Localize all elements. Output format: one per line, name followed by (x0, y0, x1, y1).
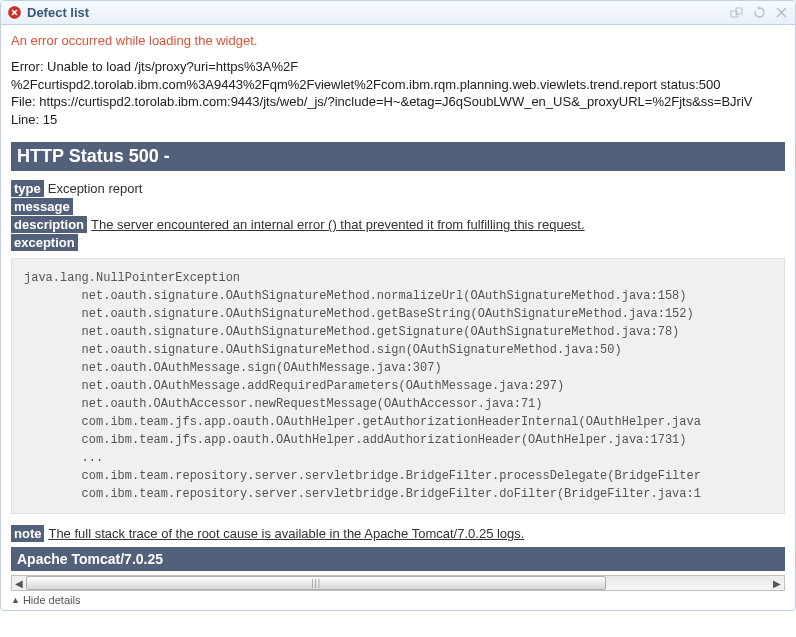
type-value: Exception report (48, 181, 143, 196)
stack-trace: java.lang.NullPointerException net.oauth… (11, 258, 785, 514)
scroll-right-arrow[interactable]: ▶ (770, 576, 784, 590)
message-label: message (11, 198, 73, 215)
titlebar: Defect list (1, 1, 795, 25)
close-icon[interactable] (773, 6, 789, 20)
note-row: noteThe full stack trace of the root cau… (11, 526, 785, 541)
tomcat-version: Apache Tomcat/7.0.25 (11, 547, 785, 571)
description-row: descriptionThe server encountered an int… (11, 217, 785, 232)
hide-details-label: Hide details (23, 594, 80, 606)
note-value: The full stack trace of the root cause i… (48, 526, 524, 541)
message-row: message (11, 199, 785, 214)
note-label: note (11, 525, 44, 542)
error-line: Error: Unable to load /jts/proxy?uri=htt… (11, 58, 785, 76)
error-icon (7, 6, 21, 20)
scroll-left-arrow[interactable]: ◀ (12, 576, 26, 590)
undock-icon[interactable] (729, 6, 745, 20)
http-status-title: HTTP Status 500 - (11, 142, 785, 171)
widget-title: Defect list (27, 5, 723, 20)
caret-up-icon: ▲ (11, 595, 20, 605)
type-label: type (11, 180, 44, 197)
error-line: Line: 15 (11, 111, 785, 129)
http-error-panel: HTTP Status 500 - typeException report m… (11, 142, 785, 571)
defect-list-widget: Defect list An error occurred while load… (0, 0, 796, 611)
svg-marker-5 (757, 6, 760, 10)
horizontal-scrollbar[interactable]: ◀ ||| ▶ (11, 575, 785, 591)
error-line: File: https://curtispd2.torolab.ibm.com:… (11, 93, 785, 111)
exception-row: exception (11, 235, 785, 250)
scroll-thumb[interactable]: ||| (26, 576, 606, 590)
description-label: description (11, 216, 87, 233)
description-value: The server encountered an internal error… (91, 217, 585, 232)
exception-label: exception (11, 234, 78, 251)
refresh-icon[interactable] (751, 6, 767, 20)
widget-body: An error occurred while loading the widg… (1, 25, 795, 610)
error-message: An error occurred while loading the widg… (11, 33, 785, 48)
type-row: typeException report (11, 181, 785, 196)
error-details: Error: Unable to load /jts/proxy?uri=htt… (11, 58, 785, 128)
hide-details-link[interactable]: ▲ Hide details (11, 594, 80, 606)
error-line: %2Fcurtispd2.torolab.ibm.com%3A9443%2Fqm… (11, 76, 785, 94)
scroll-track[interactable]: ||| (26, 576, 770, 590)
